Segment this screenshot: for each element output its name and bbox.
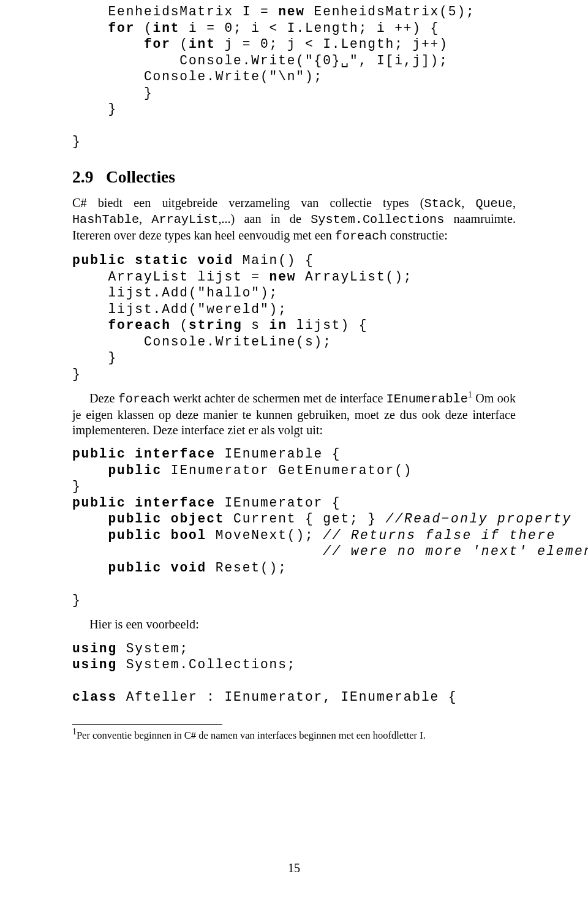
inline-code: Stack (424, 197, 462, 211)
inline-code: ArrayList (151, 213, 218, 227)
code-block-interfaces: public interface IEnumerable { public IE… (72, 446, 516, 608)
footnote: 1Per conventie beginnen in C# de namen v… (72, 726, 516, 742)
footnote-ref: 1 (468, 390, 472, 400)
paragraph-2: Deze foreach werkt achter de schermen me… (72, 391, 516, 437)
inline-code: Queue (475, 197, 513, 211)
inline-code: HashTable (72, 213, 139, 227)
footnote-text: Per conventie beginnen in C# de namen va… (77, 729, 426, 741)
footnote-separator (72, 724, 222, 725)
footnote-number: 1 (72, 727, 77, 736)
inline-code: foreach (118, 392, 170, 406)
section-title: Collecties (106, 167, 175, 186)
inline-code: IEnumerable (386, 392, 468, 406)
section-heading: 2.9 Collecties (72, 167, 516, 187)
page-number: 15 (0, 861, 588, 875)
paragraph-1: C# biedt een uitgebreide verzameling van… (72, 195, 516, 244)
section-number: 2.9 (72, 167, 93, 186)
paragraph-3: Hier is een voorbeeld: (72, 617, 516, 632)
code-block-example: using System; using System.Collections; … (72, 641, 516, 706)
inline-code: foreach (335, 229, 387, 243)
code-block-main: public static void Main() { ArrayList li… (72, 252, 516, 382)
code-block-top: EenheidsMatrix I = new EenheidsMatrix(5)… (72, 4, 516, 150)
page: EenheidsMatrix I = new EenheidsMatrix(5)… (0, 0, 588, 912)
inline-code: System.Collections (311, 213, 444, 227)
